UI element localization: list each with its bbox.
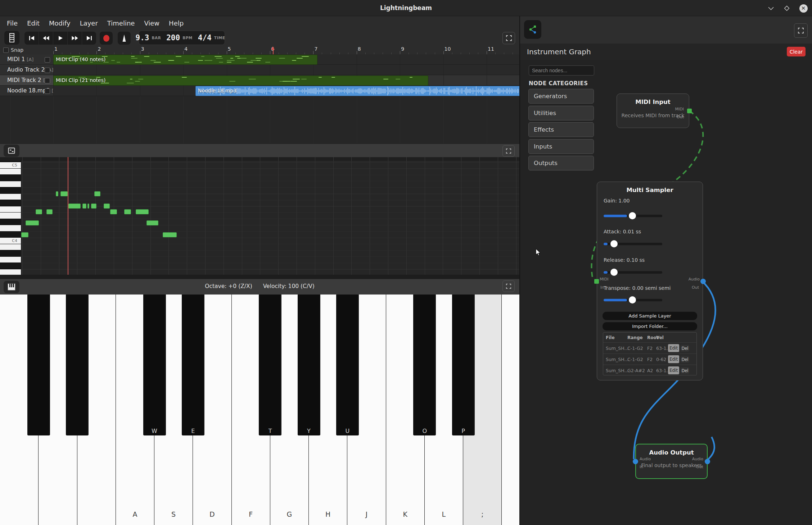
metronome-button[interactable] <box>118 32 131 45</box>
black-key[interactable] <box>66 295 89 435</box>
category-outputs[interactable]: Outputs <box>528 156 594 170</box>
slider-track[interactable] <box>604 299 662 301</box>
edit-layer-button[interactable]: Edit <box>668 355 679 363</box>
piano-roll-white-key[interactable] <box>0 169 21 175</box>
midi-note[interactable] <box>163 232 177 237</box>
midi-note[interactable] <box>87 204 89 209</box>
delete-layer-button[interactable]: Del <box>681 367 689 374</box>
midi-note[interactable] <box>104 204 110 209</box>
midi-in-port[interactable] <box>594 279 599 284</box>
minimize-icon[interactable] <box>767 4 775 13</box>
slider-track[interactable] <box>604 243 662 245</box>
track-lane[interactable]: MIDI Clip (40 notes) <box>53 54 519 64</box>
black-key-t[interactable]: T <box>259 295 281 435</box>
piano-roll-white-key[interactable]: C5 <box>0 162 21 168</box>
midi-note[interactable] <box>56 191 58 196</box>
midi-note[interactable] <box>110 209 117 214</box>
black-key-y[interactable]: Y <box>298 295 320 435</box>
black-key[interactable] <box>27 295 50 435</box>
piano-roll-white-key[interactable] <box>0 225 21 231</box>
track-row[interactable]: Audio Track 2 [A] <box>0 65 519 75</box>
rewind-button[interactable] <box>39 32 53 45</box>
piano-roll-white-key[interactable] <box>0 257 21 263</box>
midi-note[interactable] <box>21 232 28 237</box>
audio-out-port[interactable] <box>705 459 710 464</box>
edit-layer-button[interactable]: Edit <box>668 344 679 352</box>
track-checkbox[interactable] <box>45 88 50 94</box>
midi-note[interactable] <box>26 220 39 225</box>
track-row[interactable]: MIDI Clip (40 notes)MIDI 1 [A] <box>0 54 519 65</box>
track-lane[interactable]: MIDI Clip (21 notes) <box>53 75 519 85</box>
film-strip-button[interactable] <box>4 31 19 45</box>
snap-checkbox[interactable] <box>3 47 9 53</box>
search-nodes-input[interactable] <box>529 65 594 76</box>
fast-forward-button[interactable] <box>68 32 82 45</box>
piano-roll-grid[interactable] <box>21 161 519 275</box>
black-key-u[interactable]: U <box>336 295 359 435</box>
track-checkbox[interactable] <box>45 68 50 73</box>
black-key-e[interactable]: E <box>182 295 204 435</box>
import-folder-button[interactable]: Import Folder... <box>603 322 697 330</box>
piano-roll-black-key[interactable] <box>0 200 21 206</box>
piano-roll-black-key[interactable] <box>0 187 21 193</box>
piano-roll-black-key[interactable] <box>0 232 21 238</box>
edit-layer-button[interactable]: Edit <box>668 366 679 374</box>
menu-help[interactable]: Help <box>164 19 188 27</box>
midi-note[interactable] <box>36 209 42 214</box>
track-lane[interactable]: Noodle 18.mp3 <box>53 86 519 96</box>
piano-roll-expand-button[interactable] <box>502 145 515 157</box>
piano-roll-mode-button[interactable] <box>4 145 19 157</box>
skip-to-start-button[interactable] <box>24 32 39 45</box>
piano-roll-white-key[interactable]: C4 <box>0 238 21 244</box>
keyboard-expand-button[interactable] <box>502 280 515 292</box>
piano-roll-playhead[interactable] <box>68 161 68 275</box>
menu-file[interactable]: File <box>2 19 22 27</box>
midi-note[interactable] <box>124 209 131 214</box>
playhead-marker[interactable] <box>271 46 275 50</box>
tempo-display[interactable]: 9.3 BAR 200 BPM 4/4 TIME <box>139 31 225 45</box>
menu-modify[interactable]: Modify <box>44 19 75 27</box>
skip-to-end-button[interactable] <box>82 32 96 45</box>
node-audio-output[interactable]: Audio Output Final output to speakers Au… <box>635 444 708 479</box>
record-button[interactable] <box>100 32 113 45</box>
audio-out-port[interactable] <box>700 279 706 284</box>
clip-audio[interactable]: Noodle 18.mp3 <box>195 86 519 96</box>
add-sample-layer-button[interactable]: Add Sample Layer <box>603 312 697 320</box>
midi-note[interactable] <box>91 204 96 209</box>
audio-in-port[interactable] <box>633 459 638 464</box>
piano-roll-black-key[interactable] <box>0 175 21 181</box>
track-lane[interactable] <box>53 65 519 75</box>
midi-out-port[interactable] <box>687 109 692 113</box>
category-inputs[interactable]: Inputs <box>528 139 594 154</box>
timeline-expand-button[interactable] <box>502 32 515 44</box>
piano-roll-black-key[interactable] <box>0 219 21 225</box>
menu-layer[interactable]: Layer <box>75 19 103 27</box>
black-key-p[interactable]: P <box>452 295 475 435</box>
menu-timeline[interactable]: Timeline <box>103 19 140 27</box>
black-key-o[interactable]: O <box>413 295 436 435</box>
slider-thumb[interactable] <box>610 269 618 276</box>
slider-track[interactable] <box>604 271 662 274</box>
clip-midi[interactable]: MIDI Clip (21 notes) <box>53 76 428 86</box>
category-generators[interactable]: Generators <box>528 89 594 104</box>
black-key-w[interactable]: W <box>143 295 166 435</box>
midi-note[interactable] <box>146 220 158 225</box>
midi-note[interactable] <box>68 204 81 209</box>
slider-track[interactable] <box>604 215 662 217</box>
play-button[interactable] <box>53 32 68 45</box>
piano-roll-white-key[interactable] <box>0 194 21 200</box>
midi-note[interactable] <box>46 209 53 214</box>
piano-roll-mini-ruler[interactable] <box>0 157 519 161</box>
category-effects[interactable]: Effects <box>528 122 594 137</box>
slider-thumb[interactable] <box>610 240 618 247</box>
menu-edit[interactable]: Edit <box>22 19 44 27</box>
piano-roll-black-key[interactable] <box>0 263 21 269</box>
close-icon[interactable]: ✕ <box>799 4 808 13</box>
node-multi-sampler[interactable]: Multi Sampler Gain: 1.00Attack: 0.01 ssR… <box>597 182 703 380</box>
track-checkbox[interactable] <box>45 78 50 83</box>
piano-roll-white-key[interactable] <box>0 269 21 275</box>
timeline-ruler[interactable]: Snap 1234567891011 <box>0 46 519 55</box>
piano-roll-black-key[interactable] <box>0 250 21 256</box>
track-row[interactable]: MIDI Clip (21 notes)MIDI Track 2 [A] <box>0 75 519 86</box>
delete-layer-button[interactable]: Del <box>681 345 689 352</box>
